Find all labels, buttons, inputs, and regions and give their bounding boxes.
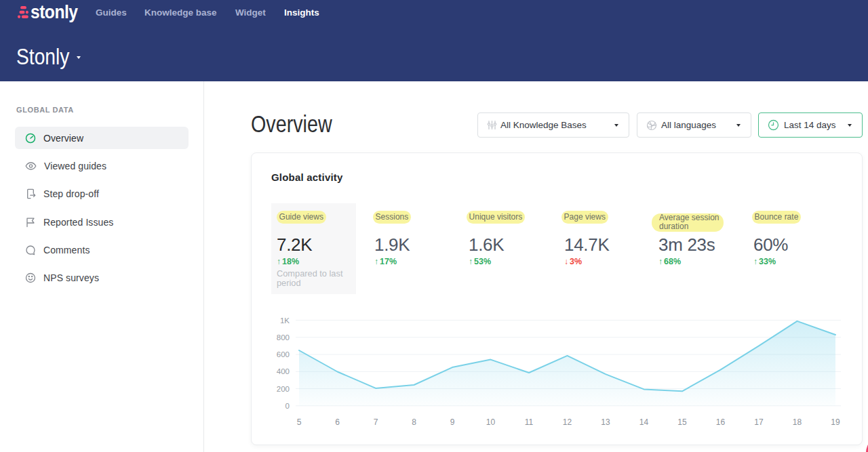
svg-text:9: 9 — [450, 417, 455, 427]
svg-text:800: 800 — [277, 333, 290, 342]
svg-text:16: 16 — [716, 417, 726, 427]
svg-text:8: 8 — [412, 417, 416, 427]
svg-text:10: 10 — [486, 417, 496, 427]
svg-text:19: 19 — [831, 417, 840, 427]
svg-text:1K: 1K — [280, 316, 290, 325]
svg-text:14: 14 — [639, 417, 649, 427]
svg-text:12: 12 — [563, 417, 572, 427]
svg-text:5: 5 — [297, 417, 302, 427]
svg-text:200: 200 — [277, 385, 290, 393]
svg-text:11: 11 — [525, 417, 534, 427]
svg-text:600: 600 — [277, 350, 290, 358]
svg-text:13: 13 — [601, 417, 610, 427]
svg-text:7: 7 — [374, 417, 378, 427]
svg-text:18: 18 — [793, 417, 802, 427]
svg-text:0: 0 — [285, 402, 290, 410]
svg-text:17: 17 — [754, 417, 764, 427]
svg-text:6: 6 — [335, 417, 340, 427]
svg-text:15: 15 — [677, 417, 687, 427]
svg-text:400: 400 — [277, 367, 290, 375]
